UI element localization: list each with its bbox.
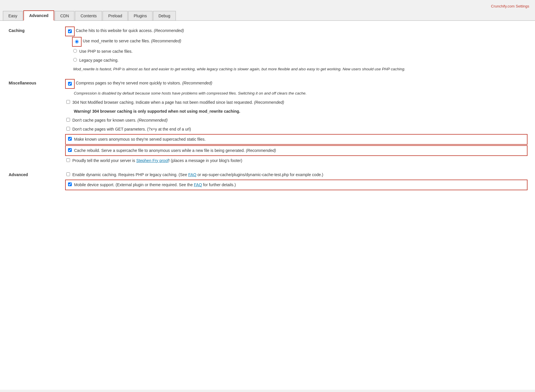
caching-section: Caching Cache hits to this website for q… <box>9 28 526 72</box>
compress-highlight <box>66 80 74 88</box>
mod-rewrite-text: Use mod_rewrite to serve cache files. (R… <box>83 38 181 44</box>
cache-rebuild-row: Cache rebuild. Serve a supercache file t… <box>66 146 526 155</box>
cache-hits-row: Cache hits to this website for quick acc… <box>66 28 526 35</box>
mobile-faq-link[interactable]: FAQ <box>194 182 202 187</box>
tab-cdn[interactable]: CDN <box>55 11 74 21</box>
compress-checkbox[interactable] <box>68 82 72 86</box>
compress-row: Compress pages so they're served more qu… <box>66 80 526 88</box>
content-area: Caching Cache hits to this website for q… <box>0 21 535 390</box>
mod-rewrite-radio[interactable] <box>75 40 79 44</box>
tab-debug[interactable]: Debug <box>153 11 176 21</box>
make-anonymous-checkbox[interactable] <box>68 137 72 141</box>
crunchify-settings-link[interactable]: Crunchify.com Settings <box>491 4 529 8</box>
dont-cache-get-checkbox[interactable] <box>66 127 70 131</box>
tab-advanced[interactable]: Advanced <box>23 10 54 21</box>
make-anonymous-text: Make known users anonymous so they're se… <box>74 136 206 142</box>
tabs-container: Easy Advanced CDN Contents Preload Plugi… <box>0 10 535 21</box>
tab-easy[interactable]: Easy <box>3 11 23 21</box>
dynamic-caching-text: Enable dynamic caching. Requires PHP or … <box>72 172 323 178</box>
use-php-radio[interactable] <box>73 49 77 53</box>
not-modified-checkbox[interactable] <box>66 100 70 104</box>
cache-hits-checkbox[interactable] <box>68 29 72 33</box>
dont-cache-get-text: Don't cache pages with GET parameters. (… <box>72 126 191 132</box>
caching-hint: Mod_rewrite is fastest, PHP is almost as… <box>73 66 526 72</box>
stephen-fry-row: Proudly tell the world your server is St… <box>66 158 526 164</box>
advanced-label: Advanced <box>9 172 66 177</box>
legacy-caching-row: Legacy page caching. <box>73 57 526 63</box>
legacy-caching-text: Legacy page caching. <box>79 57 118 63</box>
advanced-content: Enable dynamic caching. Requires PHP or … <box>66 172 526 189</box>
dynamic-caching-checkbox[interactable] <box>66 172 70 176</box>
tab-preload[interactable]: Preload <box>103 11 127 21</box>
dynamic-caching-faq-link[interactable]: FAQ <box>188 172 196 177</box>
not-modified-row: 304 Not Modified browser caching. Indica… <box>66 99 526 105</box>
tab-contents[interactable]: Contents <box>75 11 102 21</box>
dont-cache-get-row: Don't cache pages with GET parameters. (… <box>66 126 526 132</box>
mod-rewrite-row: Use mod_rewrite to serve cache files. (R… <box>73 38 526 46</box>
caching-radio-group: Use mod_rewrite to serve cache files. (R… <box>73 38 526 72</box>
cache-rebuild-checkbox[interactable] <box>68 148 72 152</box>
dynamic-caching-row: Enable dynamic caching. Requires PHP or … <box>66 172 526 178</box>
dont-cache-known-text: Don't cache pages for known users. (Reco… <box>72 117 167 123</box>
cache-rebuild-text: Cache rebuild. Serve a supercache file t… <box>74 148 276 154</box>
caching-content: Cache hits to this website for quick acc… <box>66 28 526 72</box>
use-php-text: Use PHP to serve cache files. <box>79 48 133 54</box>
advanced-section: Advanced Enable dynamic caching. Require… <box>9 172 526 189</box>
cache-hits-text: Cache hits to this website for quick acc… <box>76 28 184 34</box>
dont-cache-known-row: Don't cache pages for known users. (Reco… <box>66 117 526 123</box>
dont-cache-known-checkbox[interactable] <box>66 118 70 122</box>
caching-label: Caching <box>9 28 66 33</box>
mod-rewrite-highlight <box>73 38 80 46</box>
miscellaneous-content: Compress pages so they're served more qu… <box>66 80 526 163</box>
stephen-fry-link[interactable]: Stephen Fry proof <box>136 158 169 163</box>
compress-hint: Compression is disabled by default becau… <box>74 91 526 96</box>
warning-text: Warning! 304 browser caching is only sup… <box>74 108 526 114</box>
mobile-support-checkbox[interactable] <box>68 182 72 186</box>
miscellaneous-label: Miscellaneous <box>9 80 66 85</box>
cache-hits-highlight <box>66 28 74 35</box>
tab-plugins[interactable]: Plugins <box>128 11 152 21</box>
page-wrapper: Crunchify.com Settings Easy Advanced CDN… <box>0 0 535 390</box>
use-php-row: Use PHP to serve cache files. <box>73 48 526 54</box>
mobile-support-text: Mobile device support. (External plugin … <box>74 182 236 188</box>
compress-text: Compress pages so they're served more qu… <box>76 80 212 86</box>
mobile-support-row: Mobile device support. (External plugin … <box>66 181 526 189</box>
make-anonymous-row: Make known users anonymous so they're se… <box>66 135 526 144</box>
stephen-fry-text: Proudly tell the world your server is St… <box>72 158 242 164</box>
not-modified-text: 304 Not Modified browser caching. Indica… <box>72 99 284 105</box>
legacy-caching-radio[interactable] <box>73 58 77 62</box>
stephen-fry-checkbox[interactable] <box>66 158 70 162</box>
top-bar: Crunchify.com Settings <box>0 3 535 10</box>
miscellaneous-section: Miscellaneous Compress pages so they're … <box>9 80 526 163</box>
